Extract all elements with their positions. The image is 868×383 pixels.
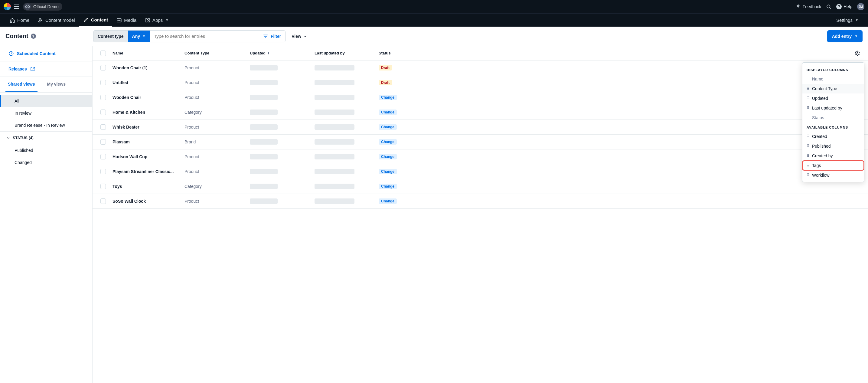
- image-icon: [117, 18, 122, 23]
- help-link[interactable]: ? Help: [836, 4, 852, 9]
- nav-media[interactable]: Media: [112, 13, 141, 27]
- available-columns-header: AVAILABLE COLUMNS: [802, 122, 864, 131]
- table-row[interactable]: Home & KitchenCategoryChange: [93, 105, 868, 120]
- column-settings-icon[interactable]: [855, 51, 860, 56]
- feedback-link[interactable]: Feedback: [796, 4, 821, 9]
- drag-handle-icon[interactable]: ⠿: [807, 154, 810, 158]
- content-type-filter-label[interactable]: Content type: [93, 31, 128, 42]
- nav-content-model[interactable]: Content model: [34, 13, 79, 27]
- column-header-updated-by[interactable]: Last updated by: [314, 51, 379, 55]
- table-row[interactable]: Playsam Streamliner Classic...ProductCha…: [93, 164, 868, 179]
- tab-shared-views[interactable]: Shared views: [5, 77, 37, 92]
- nav-content[interactable]: Content: [79, 13, 113, 27]
- search-button[interactable]: [826, 4, 831, 9]
- nav-apps[interactable]: Apps ▼: [141, 13, 173, 27]
- row-checkbox[interactable]: [100, 95, 106, 100]
- column-header-content-type[interactable]: Content Type: [185, 51, 250, 55]
- svg-point-0: [827, 5, 830, 8]
- sidebar-view-tabs: Shared views My views: [0, 77, 92, 93]
- row-checkbox[interactable]: [100, 110, 106, 115]
- row-checkbox[interactable]: [100, 124, 106, 130]
- view-dropdown[interactable]: View: [291, 34, 307, 39]
- drag-handle-icon[interactable]: ⠿: [807, 96, 810, 100]
- drag-handle-icon[interactable]: ⠿: [807, 134, 810, 139]
- help-tooltip-icon[interactable]: ?: [31, 34, 36, 39]
- sidebar-scheduled-content[interactable]: Scheduled Content: [0, 46, 92, 61]
- updated-placeholder: [250, 139, 278, 145]
- sidebar-status-changed[interactable]: Changed: [0, 156, 92, 169]
- help-icon: ?: [836, 4, 842, 9]
- org-switcher[interactable]: CO Official Demo: [23, 3, 62, 10]
- chevron-down-icon: [6, 136, 10, 140]
- chevron-down-icon: ▼: [855, 34, 858, 38]
- table-row[interactable]: Whisk BeaterProductChange: [93, 120, 868, 135]
- panel-item-created[interactable]: ⠿Created: [802, 131, 864, 141]
- panel-item-published[interactable]: ⠿Published: [802, 141, 864, 151]
- drag-handle-icon[interactable]: ⠿: [807, 164, 810, 168]
- status-badge: Change: [379, 154, 397, 159]
- entry-name: Hudson Wall Cup: [113, 154, 185, 159]
- row-checkbox[interactable]: [100, 169, 106, 174]
- updated-placeholder: [250, 110, 278, 115]
- nav-home[interactable]: Home: [5, 13, 34, 27]
- updated-by-placeholder: [314, 95, 354, 100]
- panel-item-workflow[interactable]: ⠿Workflow: [802, 170, 864, 180]
- entry-content-type: Product: [185, 169, 250, 174]
- panel-item-last-updated-by[interactable]: ⠿Last updated by: [802, 103, 864, 113]
- row-checkbox[interactable]: [100, 80, 106, 85]
- updated-placeholder: [250, 184, 278, 189]
- row-checkbox[interactable]: [100, 154, 106, 159]
- table-row[interactable]: Wooden Chair (1)ProductDraft: [93, 60, 868, 75]
- table-row[interactable]: Hudson Wall CupProductChange: [93, 149, 868, 164]
- sidebar-releases[interactable]: Releases: [0, 61, 92, 77]
- panel-item-updated[interactable]: ⠿Updated: [802, 93, 864, 103]
- column-header-updated[interactable]: Updated ▲▼: [250, 51, 314, 55]
- add-entry-button[interactable]: Add entry ▼: [827, 30, 863, 42]
- row-checkbox[interactable]: [100, 139, 106, 145]
- search-icon: [826, 4, 831, 9]
- drag-handle-icon[interactable]: ⠿: [807, 106, 810, 110]
- select-all-checkbox[interactable]: [100, 51, 106, 56]
- chevron-down-icon: ▼: [165, 19, 168, 22]
- panel-item-tags[interactable]: ⠿Tags: [802, 160, 864, 170]
- content-type-filter-value[interactable]: Any ▼: [128, 31, 150, 42]
- user-avatar[interactable]: JM: [857, 3, 864, 10]
- hamburger-menu-icon[interactable]: [14, 4, 19, 9]
- sidebar-view-brand-release[interactable]: Brand Release - In Review: [0, 119, 92, 131]
- app-logo-icon[interactable]: [4, 3, 11, 10]
- panel-item-status: Status: [802, 113, 864, 122]
- table-row[interactable]: PlaysamBrandChange: [93, 135, 868, 149]
- table-row[interactable]: SoSo Wall ClockProductChange: [93, 194, 868, 209]
- row-checkbox[interactable]: [100, 199, 106, 204]
- filter-button[interactable]: Filter: [258, 34, 285, 39]
- column-header-name[interactable]: Name: [113, 51, 185, 55]
- status-badge: Change: [379, 199, 397, 204]
- updated-placeholder: [250, 95, 278, 100]
- entry-content-type: Category: [185, 110, 250, 115]
- drag-handle-icon[interactable]: ⠿: [807, 144, 810, 148]
- updated-placeholder: [250, 80, 278, 85]
- table-row[interactable]: UntitledProductDraft: [93, 75, 868, 90]
- sidebar-status-published[interactable]: Published: [0, 144, 92, 156]
- help-label: Help: [843, 4, 852, 9]
- search-input[interactable]: [150, 34, 258, 39]
- updated-label: Updated: [250, 51, 266, 55]
- sidebar-status-header[interactable]: STATUS (4): [0, 131, 92, 144]
- row-checkbox[interactable]: [100, 184, 106, 189]
- drag-handle-icon[interactable]: ⠿: [807, 173, 810, 177]
- sidebar-view-in-review[interactable]: In review: [0, 107, 92, 119]
- panel-item-content-type[interactable]: ⠿Content Type: [802, 84, 864, 93]
- drag-handle-icon[interactable]: ⠿: [807, 87, 810, 91]
- filter-label: Filter: [271, 34, 281, 39]
- entry-content-type: Product: [185, 154, 250, 159]
- column-header-status[interactable]: Status: [379, 51, 403, 55]
- external-link-icon: [30, 66, 35, 72]
- sidebar-view-all[interactable]: All: [0, 95, 92, 107]
- table-row[interactable]: ToysCategoryChange: [93, 179, 868, 194]
- tab-my-views[interactable]: My views: [45, 77, 68, 92]
- table-header-row: Name Content Type Updated ▲▼ Last update…: [93, 46, 868, 60]
- table-row[interactable]: Wooden ChairProductChange: [93, 90, 868, 105]
- row-checkbox[interactable]: [100, 65, 106, 70]
- panel-item-created-by[interactable]: ⠿Created by: [802, 151, 864, 160]
- nav-settings[interactable]: Settings ▼: [832, 13, 863, 27]
